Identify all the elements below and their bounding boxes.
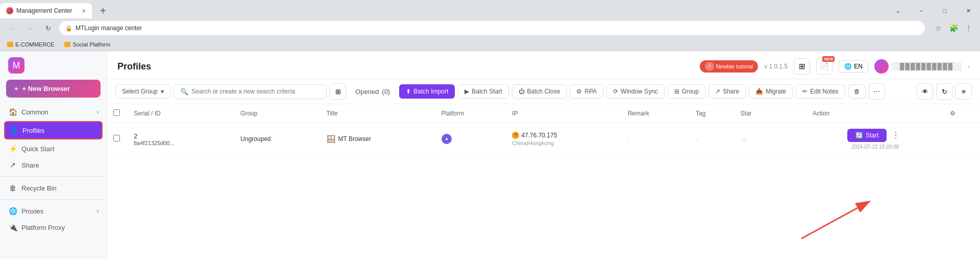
select-all-checkbox[interactable] (113, 109, 120, 116)
window-minimize-button[interactable]: − (910, 3, 933, 18)
col-tag: Tag (690, 104, 734, 123)
layers-icon-button[interactable]: ⊞ (794, 58, 810, 75)
star-button[interactable]: ☆ (741, 135, 748, 144)
col-settings: ⚙ (944, 104, 980, 123)
window-close-button[interactable]: ✕ (957, 3, 980, 18)
rpa-label: RPA (584, 88, 597, 95)
language-label: EN (854, 63, 863, 70)
serial-id-cell: 2 8a4f21325d00... (128, 123, 234, 155)
language-button[interactable]: 🌐 EN (839, 60, 868, 73)
empty-cell (781, 123, 806, 155)
back-button[interactable]: ← (4, 21, 18, 35)
sidebar-divider (0, 176, 107, 177)
star-cell[interactable]: ☆ (734, 123, 782, 155)
row-checkbox-cell[interactable] (107, 123, 128, 155)
col-star: Star (734, 104, 782, 123)
profile-title: MT Browser (338, 135, 371, 143)
table-settings-icon[interactable]: ⚙ (950, 110, 955, 117)
batch-start-label: Batch Start (472, 88, 502, 95)
rpa-icon: ⚙ (576, 88, 582, 95)
tutorial-badge[interactable]: ? Newbie tutorial (700, 60, 758, 73)
row-checkbox[interactable] (113, 135, 120, 142)
serial-number: 2 (134, 132, 228, 140)
opened-count: (0) (382, 88, 390, 96)
opened-label: Opened (355, 88, 379, 96)
extension-puzzle-icon[interactable]: 🧩 (946, 21, 961, 35)
tab-close-button[interactable]: ✕ (82, 8, 86, 14)
columns-icon-button[interactable]: ≡ (955, 83, 972, 100)
window-maximize-button[interactable]: □ (933, 3, 957, 18)
refresh-icon-button[interactable]: ↻ (936, 83, 952, 100)
bookmark-star-icon[interactable]: ☆ (931, 21, 945, 35)
profiles-table: Serial / ID Group Title Platform IP Rema… (107, 104, 980, 155)
sidebar-item-platform-proxy[interactable]: 🔌 Platform Proxy (0, 219, 107, 236)
table-body: 2 8a4f21325d00... Ungrouped 🪟 MT Bro (107, 123, 980, 155)
trash-icon: 🗑 (854, 88, 860, 95)
sidebar-proxies-label: Proxies (21, 207, 93, 215)
sidebar-item-quick-start[interactable]: ⚡ Quick Start (0, 140, 107, 157)
migrate-icon: 📤 (755, 88, 763, 95)
new-browser-button[interactable]: + + New Browser (6, 80, 101, 98)
forward-button[interactable]: → (22, 21, 37, 35)
reload-button[interactable]: ↻ (41, 21, 55, 35)
col-empty (781, 104, 806, 123)
new-tab-button[interactable]: + (95, 5, 111, 17)
profile-icon: 👤 (9, 126, 18, 134)
title-cell: 🪟 MT Browser (321, 123, 435, 155)
bookmark-social[interactable]: Social Platform (61, 40, 113, 49)
more-actions-button[interactable]: ··· (869, 83, 885, 100)
col-ip: IP (506, 104, 621, 123)
edit-icon: ✏ (802, 88, 807, 95)
start-icon: 🔄 (855, 132, 863, 139)
sidebar-item-recycle-bin[interactable]: 🗑 Recycle Bin (0, 180, 107, 196)
address-text: MTLogin manage center (76, 25, 919, 32)
sidebar-quick-start-label: Quick Start (21, 145, 99, 153)
user-avatar-area[interactable]: ██████████ (874, 59, 962, 74)
window-sync-button[interactable]: ⟳ Window Sync (606, 84, 665, 99)
sidebar-item-profiles[interactable]: 👤 Profiles (4, 121, 103, 139)
filter-icon-button[interactable]: ⊞ (330, 83, 346, 100)
migrate-button[interactable]: 📤 Migrate (749, 84, 793, 99)
bookmark-ecommerce[interactable]: E-COMMERCE (4, 40, 57, 49)
share-icon: ↗ (8, 161, 17, 169)
sidebar-item-common[interactable]: 🏠 Common › (0, 104, 107, 120)
search-box[interactable]: 🔍 (174, 84, 327, 99)
col-platform: Platform (435, 104, 506, 123)
search-input[interactable] (191, 88, 320, 95)
main-toolbar: Select Group ▾ 🔍 ⊞ Opened (0) ⬆ (107, 79, 980, 104)
edit-notes-button[interactable]: ✏ Edit Notes (796, 84, 845, 99)
sidebar-platform-proxy-label: Platform Proxy (21, 224, 99, 231)
address-bar[interactable]: 🔒 MTLogin manage center (59, 21, 925, 35)
profile-id: 8a4f21325d00... (134, 140, 228, 146)
share-button[interactable]: ↗ Share (708, 84, 746, 99)
table-header-row: Serial / ID Group Title Platform IP Rema… (107, 104, 980, 123)
sidebar-item-share[interactable]: ↗ Share (0, 157, 107, 173)
batch-start-button[interactable]: ▶ Batch Start (458, 84, 508, 99)
col-checkbox (107, 104, 128, 123)
group-button[interactable]: ⊞ Group (668, 84, 705, 99)
location-flag-icon: 📍 (512, 132, 519, 139)
delete-button[interactable]: 🗑 (848, 84, 866, 99)
start-label: Start (866, 132, 878, 139)
title-with-icon: 🪟 MT Browser (327, 135, 371, 143)
batch-import-button[interactable]: ⬆ Batch Import (399, 84, 455, 99)
upload-icon: ⬆ (406, 88, 411, 95)
user-menu-icon[interactable]: › (968, 63, 970, 70)
start-button[interactable]: 🔄 Start (847, 129, 887, 142)
window-collapse-button[interactable]: ⌄ (886, 3, 910, 18)
batch-close-button[interactable]: ⏻ Batch Close (512, 84, 567, 99)
select-group-button[interactable]: Select Group ▾ (115, 84, 170, 99)
ip-info: 📍 47.76.70.175 China|Hongkong (512, 132, 615, 146)
browser-tab[interactable]: Management Center ✕ (0, 3, 92, 18)
power-icon: ⏻ (519, 88, 525, 95)
sidebar-item-proxies[interactable]: 🌐 Proxies › (0, 203, 107, 219)
group-name: Ungrouped (240, 135, 271, 143)
group-label: Group (682, 88, 699, 95)
more-action-button[interactable]: ⋮ (889, 128, 903, 142)
browser-menu-icon[interactable]: ⋮ (962, 21, 976, 35)
eye-icon-button[interactable]: 👁 (917, 83, 933, 100)
share-arrow-icon: ↗ (715, 88, 720, 95)
tab-favicon (6, 7, 13, 14)
rpa-button[interactable]: ⚙ RPA (570, 84, 603, 99)
document-icon-button[interactable]: 📄 NEW (816, 58, 832, 75)
